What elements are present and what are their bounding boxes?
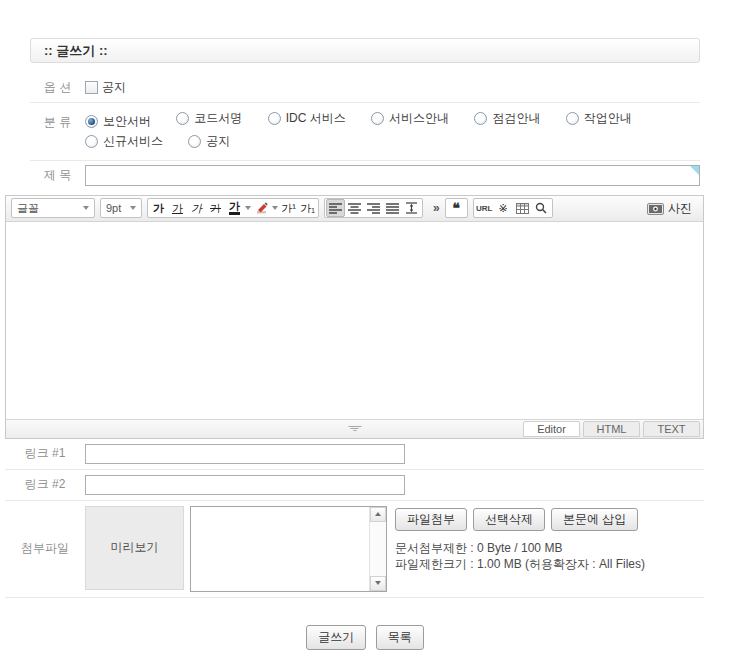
attach-file-button[interactable]: 파일첨부 [395,508,467,531]
line-height-button[interactable] [402,199,421,217]
category-radio-label: 공지 [206,131,230,151]
highlight-dropdown[interactable] [271,199,279,217]
text-style-group: 가 가 가 가 가 가¹ 가₁ [147,198,319,218]
highlight-button[interactable] [252,199,271,217]
option-label: 옵 션 [30,79,85,96]
chevron-down-icon [83,206,89,210]
underline-button[interactable]: 가 [168,199,187,217]
font-family-select[interactable]: 글꼴 [11,198,95,218]
list-button[interactable]: 목록 [376,625,424,650]
align-justify-button[interactable] [383,199,402,217]
chevron-down-icon [130,206,136,210]
attachment-label: 첨부파일 [5,540,85,557]
delete-selected-button[interactable]: 선택삭제 [473,508,545,531]
category-radio-label: IDC 서비스 [286,108,346,128]
link2-input[interactable] [85,475,405,495]
category-radio-label: 보안서버 [103,111,151,131]
notice-checkbox[interactable]: 공지 [85,79,126,96]
notice-checkbox-label: 공지 [102,79,126,96]
url-button[interactable]: URL [475,199,494,217]
category-radio[interactable]: 신규서비스 [85,131,163,151]
title-input-wrap [85,165,700,186]
scroll-down-button[interactable] [370,576,386,591]
radio-icon[interactable] [268,112,281,125]
submit-button[interactable]: 글쓰기 [306,625,366,650]
align-right-icon [367,203,380,214]
file-list-body[interactable] [191,507,369,591]
tab-editor[interactable]: Editor [523,421,580,437]
radio-icon[interactable] [371,112,384,125]
font-color-dropdown[interactable] [244,199,252,217]
page-title: :: 글쓰기 :: [30,38,700,63]
search-icon [535,202,547,214]
table-icon [516,203,529,214]
checkbox-icon[interactable] [85,81,98,94]
attachment-controls: 파일첨부 선택삭제 본문에 삽입 문서첨부제한 : 0 Byte / 100 M… [395,506,645,572]
editor-mode-tabs: Editor HTML TEXT [520,421,700,437]
scroll-down-icon [375,581,381,585]
title-input[interactable] [85,165,700,186]
attachment-file-list[interactable] [190,506,387,592]
rich-text-editor: 글꼴 9pt 가 가 가 가 가 [5,195,704,439]
category-radio[interactable]: 서비스안내 [371,108,449,128]
align-center-button[interactable] [345,199,364,217]
photo-button-label: 사진 [668,200,692,217]
doc-limit-text: 문서첨부제한 : 0 Byte / 100 MB [395,540,645,556]
resize-handle-icon[interactable] [348,426,361,432]
quote-group: ❝ [445,198,468,218]
strikethrough-button[interactable]: 가 [206,199,225,217]
font-color-button[interactable]: 가 [225,199,244,217]
category-radio[interactable]: IDC 서비스 [268,108,346,128]
radio-icon[interactable] [176,112,189,125]
category-radio[interactable]: 코드서명 [176,108,242,128]
radio-icon[interactable] [474,112,487,125]
radio-icon[interactable] [85,135,98,148]
title-label: 제 목 [30,167,85,184]
align-left-icon [329,203,342,214]
font-size-value: 9pt [106,202,121,214]
scroll-up-button[interactable] [370,507,386,522]
search-button[interactable] [532,199,551,217]
tab-html[interactable]: HTML [583,421,640,437]
photo-button[interactable]: 사진 [647,200,692,217]
insert-into-body-button[interactable]: 본문에 삽입 [551,508,638,531]
align-center-icon [348,203,361,214]
category-radio[interactable]: 작업안내 [566,108,632,128]
input-corner-icon [690,166,699,175]
bold-button[interactable]: 가 [149,199,168,217]
subscript-button[interactable]: 가₁ [298,199,317,217]
category-radio[interactable]: 보안서버 [85,111,151,131]
tab-text[interactable]: TEXT [643,421,700,437]
superscript-button[interactable]: 가¹ [279,199,298,217]
option-row: 옵 션 공지 [30,72,700,103]
category-radio-label: 작업안내 [584,108,632,128]
italic-button[interactable]: 가 [187,199,206,217]
category-radio[interactable]: 점검안내 [474,108,540,128]
table-button[interactable] [513,199,532,217]
file-list-scrollbar[interactable] [369,507,386,591]
more-tools-button[interactable]: » [433,201,440,215]
radio-icon[interactable] [188,135,201,148]
chevron-down-icon [245,206,251,210]
font-family-value: 글꼴 [17,201,39,216]
special-char-button[interactable]: ※ [494,199,513,217]
editor-content[interactable] [6,222,703,419]
post-form-bottom: 링크 #1 링크 #2 첨부파일 미리보기 [5,439,704,598]
category-row: 분 류 보안서버 코드서명 IDC 서비스 서비스안내 점검안내 작업안내 신규… [30,103,700,161]
attachment-buttons: 파일첨부 선택삭제 본문에 삽입 [395,508,645,531]
align-left-button[interactable] [326,199,345,217]
highlight-pen-icon [255,202,268,215]
radio-icon[interactable] [566,112,579,125]
font-size-select[interactable]: 9pt [100,198,142,218]
align-right-button[interactable] [364,199,383,217]
category-radio-label: 코드서명 [194,108,242,128]
quote-button[interactable]: ❝ [447,199,466,217]
page-title-text: :: 글쓰기 :: [44,43,108,58]
align-group [324,198,423,218]
footer-actions: 글쓰기 목록 [0,625,730,650]
link2-label: 링크 #2 [5,476,85,493]
category-radio[interactable]: 공지 [188,131,230,151]
radio-icon[interactable] [85,115,98,128]
link1-input[interactable] [85,444,405,464]
photo-camera-icon [647,202,664,215]
